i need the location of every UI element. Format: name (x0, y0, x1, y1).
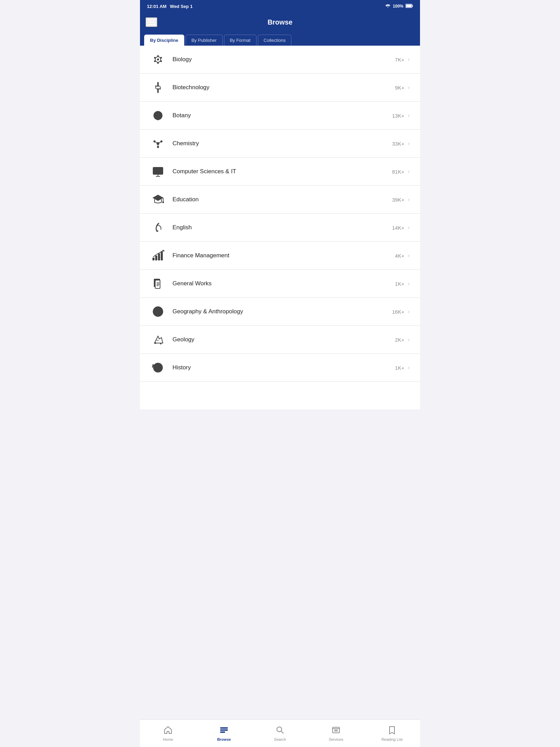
svg-rect-13 (157, 88, 159, 93)
svg-rect-18 (157, 118, 159, 120)
svg-rect-2 (406, 4, 412, 7)
discipline-name: Education (172, 196, 392, 203)
tabs-bar: By Discipline By Publisher By Format Col… (140, 32, 420, 46)
chevron-right-icon: › (408, 336, 410, 343)
wifi-icon (385, 4, 391, 9)
list-item[interactable]: Geology 2K+ › (140, 326, 420, 354)
geography-icon (150, 304, 166, 319)
svg-point-9 (154, 61, 156, 62)
chevron-right-icon: › (408, 140, 410, 147)
education-icon (150, 192, 166, 207)
time-display: 12:01 AM (147, 4, 167, 9)
svg-rect-37 (161, 251, 163, 260)
english-icon (150, 220, 166, 235)
discipline-count: 1K+ (395, 281, 404, 287)
battery-display: 100% (393, 4, 403, 9)
svg-point-32 (162, 202, 164, 203)
chevron-right-icon: › (408, 280, 410, 287)
tab-by-discipline[interactable]: By Discipline (144, 35, 184, 46)
discipline-name: Geology (172, 336, 395, 343)
svg-point-50 (160, 343, 161, 344)
status-bar: 12:01 AM Wed Sep 1 100% (140, 0, 420, 12)
chevron-right-icon: › (408, 56, 410, 63)
svg-point-8 (160, 57, 162, 59)
svg-text:</>: </> (155, 169, 161, 173)
tab-by-publisher[interactable]: By Publisher (186, 35, 223, 46)
menu-icon (148, 19, 155, 20)
svg-point-7 (154, 57, 156, 59)
finance-icon (150, 248, 166, 263)
computer-icon: </> (150, 164, 166, 179)
biology-icon (150, 52, 166, 67)
content-area: Biology 7K+ › Biotechnology 9K+ › (140, 46, 420, 409)
discipline-name: Biotechnology (172, 84, 395, 91)
history-icon (150, 360, 166, 375)
geology-icon (150, 332, 166, 347)
list-item[interactable]: Geography & Anthropology 16K+ › (140, 298, 420, 326)
discipline-name: Geography & Anthropology (172, 308, 392, 315)
chevron-right-icon: › (408, 84, 410, 91)
svg-point-6 (157, 62, 159, 64)
chevron-right-icon: › (408, 112, 410, 119)
botany-icon (150, 108, 166, 123)
chevron-right-icon: › (408, 196, 410, 203)
discipline-count: 39K+ (392, 197, 404, 203)
discipline-name: Chemistry (172, 140, 392, 147)
discipline-name: Biology (172, 56, 395, 63)
list-item[interactable]: </> Computer Sciences & IT 81K+ › (140, 158, 420, 186)
discipline-count: 9K+ (395, 85, 404, 91)
discipline-name: Finance Management (172, 252, 395, 259)
app-header: Browse (140, 12, 420, 32)
discipline-name: General Works (172, 280, 395, 287)
date-display: Wed Sep 1 (170, 4, 193, 9)
discipline-count: 14K+ (392, 225, 404, 231)
svg-marker-30 (152, 195, 164, 201)
discipline-count: 33K+ (392, 141, 404, 147)
discipline-count: 4K+ (395, 253, 404, 259)
chevron-right-icon: › (408, 308, 410, 315)
svg-point-15 (159, 88, 161, 90)
list-item[interactable]: Chemistry 33K+ › (140, 130, 420, 158)
tab-by-format[interactable]: By Format (224, 35, 256, 46)
menu-button[interactable] (146, 17, 157, 27)
discipline-list: Biology 7K+ › Biotechnology 9K+ › (140, 46, 420, 382)
discipline-name: Botany (172, 112, 392, 119)
list-item[interactable]: English 14K+ › (140, 214, 420, 242)
page-title: Browse (268, 18, 292, 26)
svg-point-14 (155, 85, 157, 87)
discipline-name: English (172, 224, 392, 231)
discipline-count: 16K+ (392, 309, 404, 315)
chevron-right-icon: › (408, 252, 410, 259)
svg-point-10 (160, 61, 162, 62)
discipline-count: 81K+ (392, 169, 404, 175)
svg-point-33 (156, 230, 158, 232)
list-item[interactable]: Finance Management 4K+ › (140, 242, 420, 270)
list-item[interactable]: Biology 7K+ › (140, 46, 420, 74)
list-item[interactable]: General Works 1K+ › (140, 270, 420, 298)
discipline-count: 1K+ (395, 365, 404, 371)
list-item[interactable]: Education 39K+ › (140, 186, 420, 214)
svg-rect-36 (158, 253, 160, 260)
battery-icon (405, 4, 413, 9)
list-item[interactable]: Botany 13K+ › (140, 102, 420, 130)
list-item[interactable]: History 1K+ › (140, 354, 420, 382)
svg-rect-35 (155, 256, 157, 260)
discipline-count: 13K+ (392, 113, 404, 119)
tab-collections[interactable]: Collections (258, 35, 292, 46)
chemistry-icon (150, 136, 166, 151)
svg-rect-1 (412, 5, 413, 7)
list-item[interactable]: Biotechnology 9K+ › (140, 74, 420, 102)
svg-rect-34 (152, 258, 155, 260)
discipline-name: History (172, 364, 395, 371)
general-works-icon (150, 276, 166, 291)
svg-rect-31 (163, 198, 164, 202)
chevron-right-icon: › (408, 224, 410, 231)
svg-point-5 (157, 55, 159, 57)
chevron-right-icon: › (408, 365, 410, 371)
discipline-name: Computer Sciences & IT (172, 168, 392, 175)
discipline-count: 2K+ (395, 337, 404, 343)
svg-point-49 (155, 342, 156, 344)
discipline-count: 7K+ (395, 57, 404, 63)
chevron-right-icon: › (408, 168, 410, 175)
biotechnology-icon (150, 80, 166, 95)
